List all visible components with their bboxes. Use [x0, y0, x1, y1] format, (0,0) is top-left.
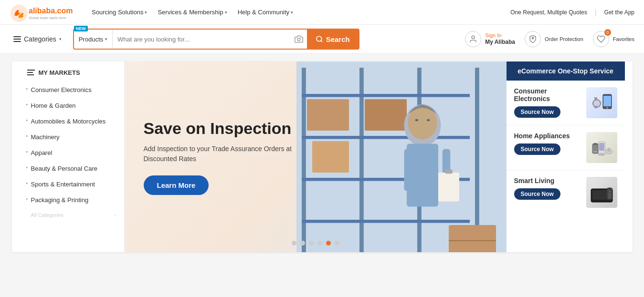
sidebar-item-machinery[interactable]: Machinery	[20, 129, 124, 145]
svg-rect-40	[594, 97, 597, 100]
all-categories-link[interactable]: All Categories ›	[20, 208, 124, 222]
svg-rect-11	[27, 74, 34, 75]
banner-title: Save on Inspection	[144, 119, 294, 138]
sidebar-item-sports[interactable]: Sports & Entertainment	[20, 176, 124, 192]
svg-point-54	[609, 191, 611, 193]
service-smart-living: Smart Living Source Now	[507, 170, 625, 215]
dot-1[interactable]	[292, 241, 296, 246]
banner-image	[296, 61, 507, 252]
top-nav-links: Sourcing Solutions ▾ Services & Membersh…	[88, 6, 510, 19]
top-right-actions: One Request, Multiple Quotes | Get the A…	[510, 9, 634, 16]
heart-badge-wrap: 0	[593, 31, 609, 47]
source-now-button-appliances[interactable]: Source Now	[514, 143, 560, 155]
order-protection[interactable]: Order Protection	[525, 31, 583, 47]
svg-rect-17	[302, 94, 470, 97]
svg-point-3	[297, 38, 300, 41]
service-home-appliances: Home Appliances Source Now	[507, 125, 625, 170]
search-input[interactable]	[113, 30, 291, 49]
source-now-button-electronics[interactable]: Source Now	[514, 106, 560, 118]
product-image-smart	[586, 177, 617, 208]
logo[interactable]: alibaba.com Global trade starts here.	[10, 3, 76, 22]
svg-rect-55	[608, 194, 611, 195]
sourcing-solutions-link[interactable]: Sourcing Solutions ▾	[88, 6, 151, 19]
sidebar-item-apparel[interactable]: Apparel	[20, 145, 124, 161]
source-now-button-smart[interactable]: Source Now	[514, 188, 560, 200]
products-dropdown[interactable]: Products ▾	[74, 30, 113, 49]
my-alibaba-label: My Alibaba	[485, 39, 515, 46]
svg-text:Global trade starts here.: Global trade starts here.	[29, 16, 67, 20]
svg-line-5	[321, 41, 322, 42]
new-badge: NEW	[74, 26, 88, 31]
quote-text: One Request, Multiple Quotes	[510, 9, 587, 16]
sidebar-header: MY MARKETS	[20, 69, 124, 82]
svg-point-44	[598, 153, 605, 156]
dot-3[interactable]	[309, 241, 314, 246]
service-title-electronics: Consumer Electronics	[514, 87, 582, 102]
svg-rect-20	[302, 220, 470, 223]
search-button[interactable]: Search	[307, 30, 359, 49]
get-app-link[interactable]: Get the App	[604, 9, 634, 16]
svg-rect-21	[307, 99, 349, 131]
svg-point-31	[415, 119, 418, 121]
banner-content: Save on Inspection Add Inspection to you…	[125, 61, 308, 252]
sidebar-item-beauty[interactable]: Beauty & Personal Care	[20, 161, 124, 176]
services-membership-link[interactable]: Services & Membership ▾	[154, 6, 231, 19]
favorites-label: Favorites	[613, 36, 634, 42]
help-community-link[interactable]: Help & Community ▾	[234, 6, 297, 19]
search-form: NEW Products ▾ Search	[73, 29, 359, 50]
main-area: MY MARKETS Consumer Electronics Home & G…	[12, 61, 633, 252]
categories-button[interactable]: Categories ▾	[10, 33, 65, 45]
banner-subtitle: Add Inspection to your Trade Assurance O…	[144, 144, 294, 164]
banner-dots	[292, 241, 339, 246]
camera-icon[interactable]	[291, 30, 307, 49]
service-consumer-electronics: Consumer Electronics Source Now	[507, 81, 625, 125]
logo-svg: alibaba.com Global trade starts here.	[10, 3, 76, 22]
svg-rect-41	[594, 106, 597, 108]
svg-rect-56	[608, 195, 611, 196]
svg-rect-18	[302, 136, 470, 139]
hamburger-icon	[13, 35, 21, 43]
chevron-right-icon: ›	[115, 212, 116, 218]
signin-my-alibaba[interactable]: Sign In My Alibaba	[465, 31, 515, 47]
svg-rect-36	[603, 96, 611, 106]
shield-icon	[525, 31, 541, 47]
svg-point-7	[532, 37, 534, 39]
sidebar-list: Consumer Electronics Home & Garden Autom…	[20, 82, 124, 208]
svg-rect-10	[27, 72, 33, 73]
sign-in-label: Sign In	[485, 32, 515, 39]
chevron-down-icon: ▾	[59, 37, 62, 41]
banner-area: Save on Inspection Add Inspection to you…	[125, 61, 507, 252]
search-icon	[316, 35, 323, 43]
svg-rect-9	[27, 70, 35, 71]
favorites[interactable]: 0 Favorites	[593, 31, 634, 47]
order-protection-label: Order Protection	[545, 36, 583, 42]
svg-rect-29	[445, 169, 452, 174]
search-right-actions: Sign In My Alibaba Order Protection	[465, 31, 634, 47]
dot-6[interactable]	[335, 241, 339, 246]
sidebar-menu-icon	[27, 70, 35, 76]
sidebar-item-packaging[interactable]: Packaging & Printing	[20, 192, 124, 208]
svg-rect-26	[404, 149, 412, 191]
dot-2[interactable]	[300, 241, 305, 246]
svg-point-4	[317, 36, 322, 41]
svg-rect-57	[608, 197, 611, 198]
divider: |	[595, 9, 597, 16]
sidebar-item-automobiles[interactable]: Automobiles & Motorcycles	[20, 113, 124, 129]
dot-5[interactable]	[326, 241, 331, 246]
svg-point-37	[606, 107, 608, 109]
banner-cta-button[interactable]: Learn More	[144, 175, 209, 195]
dot-4[interactable]	[317, 241, 322, 246]
search-bar-row: Categories ▾ NEW Products ▾ Search	[0, 25, 644, 54]
service-title-smart: Smart Living	[514, 177, 582, 184]
sidebar: MY MARKETS Consumer Electronics Home & G…	[20, 61, 125, 252]
svg-rect-22	[312, 141, 349, 173]
sidebar-item-consumer-electronics[interactable]: Consumer Electronics	[20, 82, 124, 98]
svg-rect-28	[438, 173, 459, 202]
sidebar-item-home-garden[interactable]: Home & Garden	[20, 98, 124, 113]
svg-point-6	[472, 36, 475, 39]
top-nav: alibaba.com Global trade starts here. So…	[0, 0, 644, 25]
product-image-electronics	[586, 87, 617, 118]
svg-rect-39	[593, 100, 600, 107]
svg-point-46	[593, 143, 598, 145]
svg-text:alibaba.com: alibaba.com	[29, 7, 73, 15]
